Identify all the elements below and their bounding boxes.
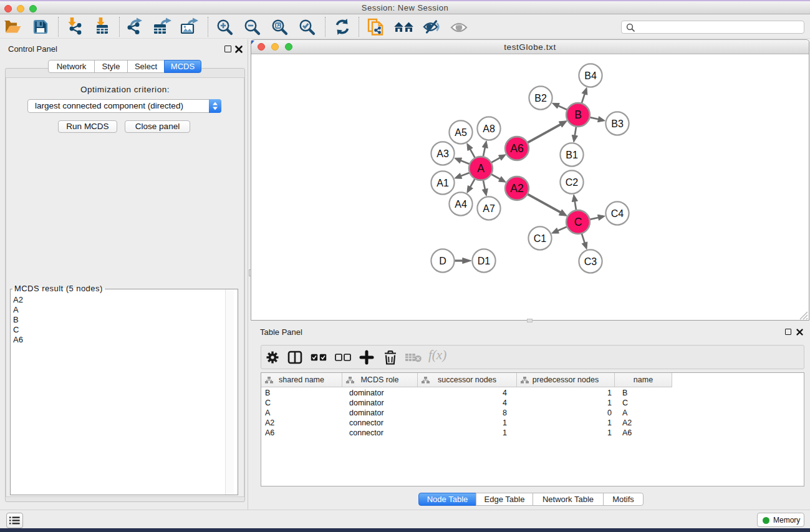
svg-text:C1: C1 <box>534 233 547 244</box>
svg-text:A: A <box>477 162 485 175</box>
svg-text:B4: B4 <box>584 70 597 81</box>
svg-text:A5: A5 <box>455 127 467 138</box>
svg-text:D: D <box>439 256 446 266</box>
svg-text:A2: A2 <box>510 182 523 195</box>
svg-text:A6: A6 <box>510 142 523 155</box>
svg-text:A8: A8 <box>483 123 495 134</box>
svg-text:D1: D1 <box>478 256 491 266</box>
svg-text:B2: B2 <box>534 93 547 104</box>
svg-text:C: C <box>574 216 582 228</box>
svg-text:B1: B1 <box>566 150 578 160</box>
svg-text:C4: C4 <box>611 208 624 219</box>
svg-text:C3: C3 <box>584 256 597 267</box>
svg-text:C2: C2 <box>566 177 579 188</box>
svg-text:A1: A1 <box>436 178 449 188</box>
svg-text:A7: A7 <box>483 203 495 214</box>
svg-text:B3: B3 <box>611 118 624 129</box>
svg-text:A4: A4 <box>455 199 467 210</box>
svg-text:B: B <box>574 109 582 121</box>
svg-text:A3: A3 <box>436 148 449 159</box>
